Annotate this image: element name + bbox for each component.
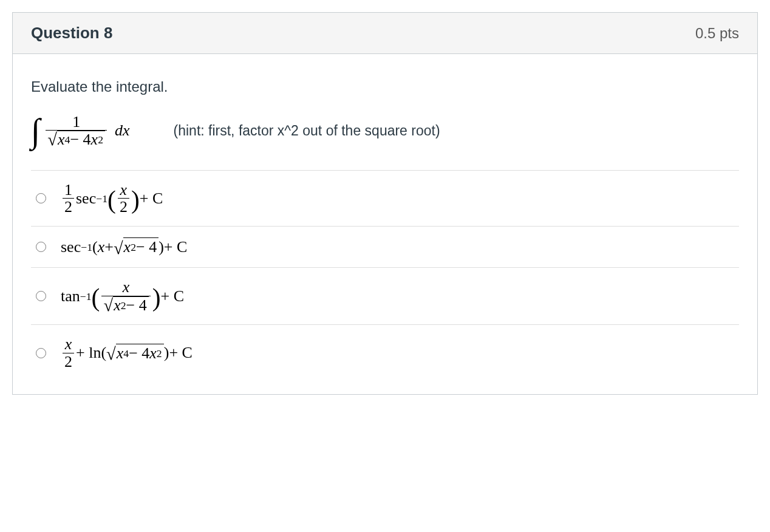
option-d-radio[interactable] xyxy=(36,348,46,358)
option-a-radio[interactable] xyxy=(36,193,46,203)
hint-text: (hint: first, factor x^2 out of the squa… xyxy=(174,123,440,139)
option-b-radio[interactable] xyxy=(36,242,46,252)
question-card: Question 8 0.5 pts Evaluate the integral… xyxy=(12,12,758,395)
question-title: Question 8 xyxy=(31,24,112,43)
option-d[interactable]: x 2 + ln( √ x4 − 4x2 ) + C xyxy=(31,325,739,381)
sqrt-icon: √ x2 − 4 xyxy=(114,237,158,256)
question-prompt: Evaluate the integral. xyxy=(31,78,739,95)
option-c[interactable]: tan−1 ( x √ x2 − 4 ) + C xyxy=(31,268,739,325)
option-b[interactable]: sec−1 (x + √ x2 − 4 ) + C xyxy=(31,227,739,268)
option-c-radio[interactable] xyxy=(36,291,46,301)
option-d-math: x 2 + ln( √ x4 − 4x2 ) + C xyxy=(61,336,192,370)
option-b-math: sec−1 (x + √ x2 − 4 ) + C xyxy=(61,237,187,256)
option-c-math: tan−1 ( x √ x2 − 4 ) + C xyxy=(61,279,184,313)
question-body: Evaluate the integral. ∫ 1 √ x4 − 4x2 xyxy=(13,54,757,394)
integral-row: ∫ 1 √ x4 − 4x2 dx (hint: first, factor x… xyxy=(31,114,739,148)
integral-dx: dx xyxy=(115,121,130,140)
options-list: 1 2 sec−1 ( x 2 ) + C sec−1 xyxy=(31,170,739,381)
sqrt-icon: √ x4 − 4x2 xyxy=(47,131,105,148)
option-a[interactable]: 1 2 sec−1 ( x 2 ) + C xyxy=(31,171,739,227)
integral-symbol-icon: ∫ xyxy=(31,114,40,148)
question-header: Question 8 0.5 pts xyxy=(13,13,757,54)
sqrt-icon: √ x2 − 4 xyxy=(103,296,148,314)
option-a-math: 1 2 sec−1 ( x 2 ) + C xyxy=(61,182,163,216)
sqrt-icon: √ x4 − 4x2 xyxy=(106,344,164,363)
question-points: 0.5 pts xyxy=(695,25,739,42)
integral-expression: ∫ 1 √ x4 − 4x2 dx xyxy=(31,114,130,148)
integral-numerator: 1 xyxy=(70,114,82,130)
